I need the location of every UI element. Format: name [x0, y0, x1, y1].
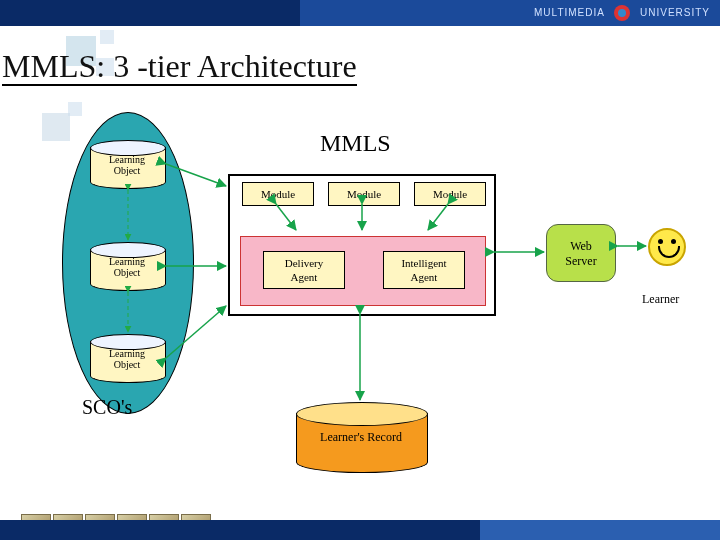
mmls-box: Module Module Module DeliveryAgent Intel… — [228, 174, 496, 316]
learner-icon — [648, 228, 686, 266]
agent-layer: DeliveryAgent IntelligentAgent — [240, 236, 486, 306]
brand-left: MULTIMEDIA — [534, 7, 604, 18]
header-bar: MULTIMEDIA UNIVERSITY — [0, 0, 720, 26]
deco-square — [68, 102, 82, 116]
intelligent-agent: IntelligentAgent — [383, 251, 465, 289]
svg-point-1 — [618, 9, 626, 17]
learning-object-3: LearningObject — [90, 334, 164, 376]
deco-square — [100, 30, 114, 44]
learning-object-2: LearningObject — [90, 242, 164, 284]
learner-record-db: Learner's Record — [296, 402, 426, 468]
footer-bar — [0, 520, 720, 540]
module-3: Module — [414, 182, 486, 206]
module-1: Module — [242, 182, 314, 206]
brand-right: UNIVERSITY — [640, 7, 710, 18]
web-server: WebServer — [546, 224, 616, 282]
lo-label: LearningObject — [90, 154, 164, 176]
learning-object-1: LearningObject — [90, 140, 164, 182]
lo-label: LearningObject — [90, 348, 164, 370]
module-2: Module — [328, 182, 400, 206]
record-label: Learner's Record — [296, 430, 426, 445]
mmls-title: MMLS — [320, 130, 391, 157]
scos-label: SCO's — [82, 396, 132, 419]
brand-icon — [612, 3, 632, 23]
lo-label: LearningObject — [90, 256, 164, 278]
delivery-agent: DeliveryAgent — [263, 251, 345, 289]
page-title: MMLS: 3 -tier Architecture — [2, 48, 357, 85]
brand-logo: MULTIMEDIA UNIVERSITY — [534, 3, 710, 23]
title-text: MMLS: 3 -tier Architecture — [2, 48, 357, 86]
deco-square — [42, 113, 70, 141]
learner-label: Learner — [642, 292, 679, 307]
